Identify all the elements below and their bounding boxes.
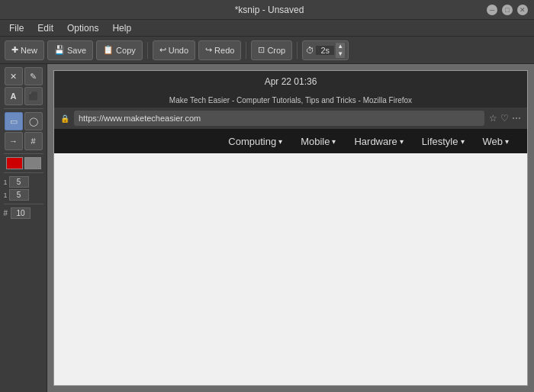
- separator-3: [297, 42, 298, 59]
- opacity-input[interactable]: [9, 189, 29, 201]
- crop-button[interactable]: ⊡ Crop: [251, 40, 292, 60]
- pen-tool[interactable]: ✎: [24, 67, 43, 85]
- bg-color[interactable]: [24, 157, 41, 169]
- new-button[interactable]: ✚ New: [5, 40, 44, 60]
- title-bar: *ksnip - Unsaved ─ □ ✕: [0, 0, 534, 20]
- bookmark-icon[interactable]: ☆: [489, 113, 497, 124]
- fg-color[interactable]: [6, 157, 23, 169]
- hash-input[interactable]: [11, 207, 31, 219]
- toolbar: ✚ New 💾 Save 📋 Copy ↩ Undo ↪ Redo ⊡ Crop…: [0, 37, 534, 64]
- undo-icon: ↩: [159, 45, 166, 55]
- circle-tool[interactable]: ◯: [24, 112, 43, 130]
- hash-row: #: [4, 207, 43, 219]
- delay-up[interactable]: ▲: [336, 43, 345, 50]
- arrow-tool[interactable]: →: [5, 132, 23, 150]
- nav-lifestyle[interactable]: Lifestyle ▾: [416, 133, 471, 150]
- more-icon[interactable]: ⋯: [512, 113, 521, 124]
- browser-screenshot: Apr 22 01:36 Make Tech Easier - Computer…: [53, 70, 528, 386]
- menu-bar: File Edit Options Help: [0, 20, 534, 37]
- redo-icon: ↪: [205, 45, 212, 55]
- nav-hardware[interactable]: Hardware ▾: [348, 133, 409, 150]
- chevron-down-icon: ▾: [400, 137, 404, 146]
- window-controls: ─ □ ✕: [487, 5, 528, 15]
- separator-1: [147, 42, 148, 59]
- size-label: 1: [4, 178, 8, 186]
- size-input[interactable]: [9, 176, 29, 188]
- nav-web[interactable]: Web ▾: [477, 133, 516, 150]
- tool-sep-2: [4, 153, 43, 154]
- maximize-button[interactable]: □: [502, 5, 513, 15]
- delay-control: ⏱ ▲ ▼: [302, 40, 349, 60]
- address-bar: 🔒 ☆ ♡ ⋯: [54, 108, 527, 129]
- lock-icon: 🔒: [60, 114, 69, 123]
- tool-row-2: A ⬛: [5, 87, 43, 105]
- nav-mobile[interactable]: Mobile ▾: [294, 133, 342, 150]
- browser-clock: Apr 22 01:36: [265, 76, 317, 87]
- nav-computing[interactable]: Computing ▾: [222, 133, 288, 150]
- minimize-button[interactable]: ─: [487, 5, 497, 15]
- window-title: *ksnip - Unsaved: [52, 5, 487, 15]
- tool-row-3: ▭ ◯: [5, 112, 43, 130]
- copy-icon: 📋: [103, 45, 114, 55]
- firefox-titlebar: Make Tech Easier - Computer Tutorials, T…: [54, 92, 527, 108]
- menu-edit[interactable]: Edit: [31, 21, 60, 35]
- heart-icon[interactable]: ♡: [500, 113, 509, 124]
- clock-bar: Apr 22 01:36: [54, 71, 527, 92]
- chevron-down-icon: ▾: [332, 137, 336, 146]
- number-tool[interactable]: #: [24, 132, 43, 150]
- canvas-area[interactable]: Apr 22 01:36 Make Tech Easier - Computer…: [47, 64, 534, 392]
- opacity-row: 1: [4, 189, 43, 201]
- rect-tool[interactable]: ▭: [5, 112, 23, 130]
- nav-bar: Computing ▾ Mobile ▾ Hardware ▾ Lifestyl…: [54, 129, 527, 153]
- text-tool[interactable]: A: [5, 87, 23, 105]
- tool-sep-4: [4, 204, 43, 204]
- close-button[interactable]: ✕: [517, 5, 528, 15]
- marker-tool[interactable]: ⬛: [24, 87, 43, 105]
- chevron-down-icon: ▾: [505, 137, 509, 146]
- delay-down[interactable]: ▼: [336, 50, 345, 58]
- opacity-label: 1: [4, 191, 8, 199]
- left-toolbar: ✕ ✎ A ⬛ ▭ ◯ → # 1 1 #: [0, 64, 47, 392]
- menu-options[interactable]: Options: [61, 21, 105, 35]
- clock-icon: ⏱: [306, 46, 314, 55]
- crop-icon: ⊡: [258, 45, 265, 55]
- main-area: ✕ ✎ A ⬛ ▭ ◯ → # 1 1 #: [0, 64, 534, 392]
- menu-file[interactable]: File: [3, 21, 30, 35]
- save-button[interactable]: 💾 Save: [47, 40, 93, 60]
- tool-row-4: → #: [5, 132, 43, 150]
- size-row: 1: [4, 176, 43, 188]
- tool-sep-3: [4, 172, 43, 173]
- hash-icon: #: [4, 209, 8, 217]
- chevron-down-icon: ▾: [461, 137, 465, 146]
- tool-sep-1: [4, 108, 43, 109]
- undo-button[interactable]: ↩ Undo: [153, 40, 195, 60]
- redo-button[interactable]: ↪ Redo: [198, 40, 241, 60]
- separator-2: [246, 42, 246, 59]
- chevron-down-icon: ▾: [278, 137, 282, 146]
- save-icon: 💾: [54, 45, 65, 55]
- tool-row-1: ✕ ✎: [5, 67, 43, 85]
- select-tool[interactable]: ✕: [5, 67, 23, 85]
- address-icons: ☆ ♡ ⋯: [489, 113, 521, 124]
- new-icon: ✚: [11, 45, 18, 55]
- copy-button[interactable]: 📋 Copy: [96, 40, 143, 60]
- url-input[interactable]: [74, 111, 484, 126]
- page-title: Make Tech Easier - Computer Tutorials, T…: [169, 96, 412, 104]
- menu-help[interactable]: Help: [106, 21, 137, 35]
- delay-spinner: ▲ ▼: [336, 43, 345, 58]
- color-row: [6, 157, 41, 169]
- delay-input[interactable]: [316, 46, 334, 55]
